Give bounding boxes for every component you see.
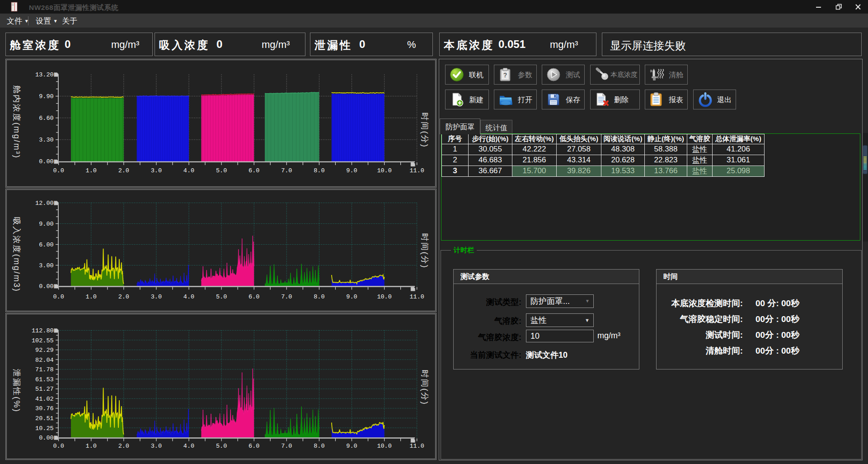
svg-text:51.27: 51.27	[35, 386, 54, 393]
svg-text:7.0: 7.0	[281, 167, 292, 174]
svg-text:1.0: 1.0	[86, 294, 97, 300]
svg-text:0.00: 0.00	[39, 435, 53, 441]
svg-text:5.0: 5.0	[216, 443, 227, 450]
svg-text:7.0: 7.0	[281, 443, 292, 450]
svg-text:5.0: 5.0	[216, 294, 227, 300]
svg-text:82.04: 82.04	[35, 357, 54, 364]
svg-text:2.0: 2.0	[118, 443, 129, 450]
svg-text:9.0: 9.0	[346, 294, 357, 300]
svg-text:0.0: 0.0	[53, 443, 64, 450]
svg-text:13.20: 13.20	[35, 71, 54, 78]
svg-text:20.51: 20.51	[35, 415, 54, 422]
svg-text:92.29: 92.29	[35, 347, 54, 354]
svg-text:3.0: 3.0	[151, 167, 162, 174]
svg-text:8.0: 8.0	[314, 167, 324, 174]
svg-text:9.90: 9.90	[39, 93, 53, 100]
svg-text:10.25: 10.25	[35, 425, 54, 432]
svg-text:4.0: 4.0	[183, 294, 194, 300]
svg-text:4.0: 4.0	[183, 167, 194, 174]
svg-text:7.0: 7.0	[281, 294, 292, 300]
svg-text:71.78: 71.78	[35, 366, 54, 373]
svg-text:6.00: 6.00	[39, 241, 53, 248]
svg-text:10.0: 10.0	[377, 167, 391, 174]
svg-text:10.0: 10.0	[377, 294, 391, 300]
svg-text:10.0: 10.0	[377, 443, 391, 450]
svg-text:8.0: 8.0	[314, 443, 324, 450]
svg-text:5.0: 5.0	[216, 167, 227, 174]
svg-text:6.0: 6.0	[249, 167, 259, 174]
svg-text:6.0: 6.0	[249, 443, 259, 450]
svg-text:4.0: 4.0	[183, 443, 194, 450]
svg-text:9.0: 9.0	[346, 443, 357, 450]
svg-text:8.0: 8.0	[314, 294, 324, 300]
svg-text:30.76: 30.76	[35, 405, 54, 412]
svg-text:3.0: 3.0	[151, 443, 162, 450]
svg-text:3.0: 3.0	[151, 294, 162, 300]
svg-text:6.0: 6.0	[249, 294, 259, 300]
svg-text:9.00: 9.00	[39, 221, 53, 227]
svg-text:0.00: 0.00	[39, 283, 53, 290]
svg-text:3.00: 3.00	[39, 262, 53, 269]
svg-text:112.80: 112.80	[32, 327, 54, 334]
svg-text:0.00: 0.00	[39, 158, 53, 165]
svg-text:3.30: 3.30	[39, 137, 53, 143]
svg-text:9.0: 9.0	[346, 167, 357, 174]
svg-text:41.02: 41.02	[35, 396, 54, 402]
svg-text:12.00: 12.00	[35, 200, 54, 207]
svg-text:1.0: 1.0	[86, 167, 97, 174]
svg-text:11.0: 11.0	[409, 443, 424, 450]
svg-text:0.0: 0.0	[53, 167, 64, 174]
svg-text:102.55: 102.55	[32, 337, 54, 344]
svg-text:2.0: 2.0	[118, 294, 129, 300]
svg-text:61.53: 61.53	[35, 376, 54, 383]
svg-text:1.0: 1.0	[86, 443, 97, 450]
svg-text:2.0: 2.0	[118, 167, 129, 174]
svg-text:6.60: 6.60	[39, 115, 53, 122]
svg-text:0.0: 0.0	[53, 294, 64, 300]
svg-text:?: ?	[503, 71, 507, 79]
